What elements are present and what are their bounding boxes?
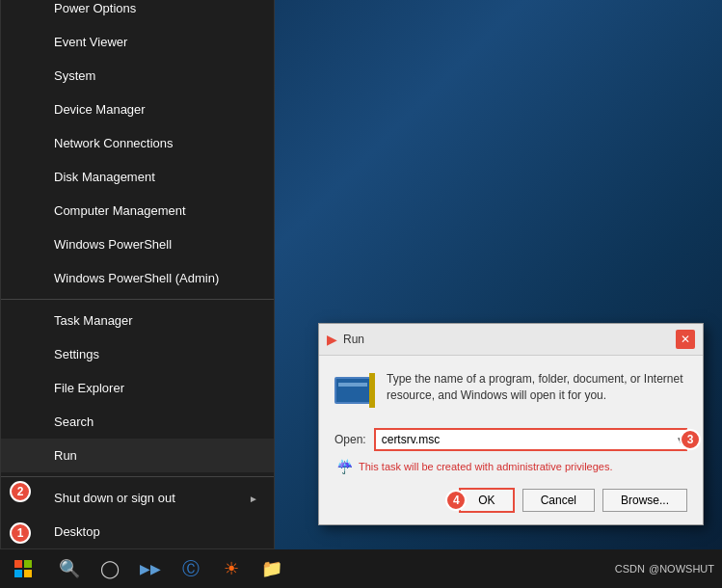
run-title-text: Run (343, 333, 364, 346)
taskbar-search[interactable]: 🔍 (50, 549, 89, 588)
menu-item-windows-powershell-admin[interactable]: Windows PowerShell (Admin) (1, 261, 274, 295)
privilege-text: This task will be created with administr… (359, 461, 613, 472)
run-input-wrapper: ▼ 3 (374, 428, 687, 451)
menu-divider-2 (1, 476, 274, 477)
run-title-left: ▶ Run (327, 332, 364, 347)
menu-divider-1 (1, 299, 274, 300)
menu-item-shut-down[interactable]: Shut down or sign out ► (1, 481, 274, 515)
taskbar-cortana[interactable]: ◯ (91, 549, 129, 588)
badge-4: 4 (445, 490, 467, 511)
run-title-icon: ▶ (327, 332, 337, 347)
svg-rect-6 (14, 570, 22, 577)
shield-icon: ☔ (336, 459, 353, 474)
menu-item-disk-management[interactable]: Disk Management (1, 160, 274, 194)
svg-rect-2 (338, 383, 367, 387)
run-description-text: Type the name of a program, folder, docu… (387, 371, 687, 404)
submenu-arrow-icon: ► (249, 493, 258, 503)
menu-item-network-connections[interactable]: Network Connections (1, 126, 274, 160)
run-open-label: Open: (334, 433, 366, 446)
taskbar-right: CSDN @NOWSHUT (607, 563, 722, 575)
menu-item-file-explorer[interactable]: File Explorer (1, 371, 274, 405)
context-menu: Apps and Features Power Options Event Vi… (0, 0, 275, 549)
svg-rect-5 (24, 560, 32, 568)
start-button[interactable] (0, 549, 46, 588)
taskbar-firefox[interactable]: ☀ (212, 549, 251, 588)
menu-item-device-manager[interactable]: Device Manager (1, 93, 274, 126)
menu-item-task-manager[interactable]: Task Manager (1, 304, 274, 337)
badge-3: 3 (680, 429, 701, 450)
run-cancel-button[interactable]: Cancel (522, 489, 595, 512)
run-browse-button[interactable]: Browse... (602, 489, 687, 512)
menu-item-desktop[interactable]: Desktop (1, 515, 274, 548)
run-open-row: Open: ▼ 3 (334, 428, 687, 451)
badge-1: 1 (10, 522, 31, 544)
run-ok-wrapper: 4 OK (459, 488, 514, 513)
menu-item-windows-powershell[interactable]: Windows PowerShell (1, 227, 274, 261)
menu-item-system[interactable]: System (1, 59, 274, 93)
menu-item-run[interactable]: Run (1, 439, 274, 472)
run-dialog: ▶ Run ✕ Type the name of a program, fold… (318, 323, 704, 525)
run-input[interactable] (374, 428, 687, 451)
menu-item-settings[interactable]: Settings (1, 337, 274, 371)
run-privilege-row: ☔ This task will be created with adminis… (334, 459, 687, 474)
run-top-section: Type the name of a program, folder, docu… (334, 371, 687, 416)
menu-item-search[interactable]: Search (1, 405, 274, 439)
run-titlebar: ▶ Run ✕ (319, 324, 703, 356)
taskbar-nowshut: @NOWSHUT (649, 563, 714, 575)
menu-item-power-options[interactable]: Power Options (1, 0, 274, 25)
run-body: Type the name of a program, folder, docu… (319, 356, 703, 524)
run-buttons: 4 OK Cancel Browse... (334, 488, 687, 513)
svg-rect-1 (336, 379, 369, 402)
taskbar-edge[interactable]: Ⓒ (172, 549, 210, 588)
menu-item-computer-management[interactable]: Computer Management (1, 194, 274, 227)
taskbar-items: 🔍 ◯ ▶▶ Ⓒ ☀ 📁 (46, 549, 607, 588)
run-app-icon (334, 373, 375, 416)
taskbar-explorer[interactable]: 📁 (253, 549, 291, 588)
run-close-button[interactable]: ✕ (676, 330, 695, 349)
svg-rect-3 (369, 373, 375, 408)
taskbar-powershell[interactable]: ▶▶ (131, 549, 170, 588)
taskbar-csdn: CSDN (615, 563, 645, 575)
taskbar: 🔍 ◯ ▶▶ Ⓒ ☀ 📁 CSDN @NOWSHUT (0, 549, 722, 588)
svg-rect-4 (14, 560, 22, 568)
svg-rect-7 (24, 570, 32, 577)
menu-item-event-viewer[interactable]: Event Viewer (1, 25, 274, 59)
badge-2: 2 (10, 481, 31, 502)
run-ok-button[interactable]: OK (459, 488, 514, 513)
